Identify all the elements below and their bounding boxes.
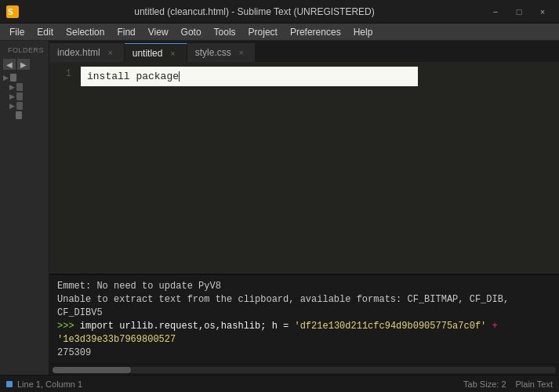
menu-project[interactable]: Project	[242, 24, 284, 41]
line-numbers: 1	[49, 62, 74, 274]
folder-icon-0	[10, 74, 16, 82]
menu-edit[interactable]: Edit	[31, 24, 60, 41]
menu-help[interactable]: Help	[347, 24, 379, 41]
console-line-0: Emmet: No need to update PyV8	[57, 280, 551, 293]
cursor-position: Line 1, Column 1	[17, 379, 82, 389]
tree-item-3[interactable]: ▶	[0, 101, 49, 111]
tabs-bar: index.html × untitled × style.css ×	[49, 41, 559, 62]
status-right: Tab Size: 2 Plain Text	[463, 379, 553, 389]
folder-icon-2	[16, 93, 23, 100]
sidebar-next-button[interactable]: ▶	[17, 59, 30, 70]
console-code: import urllib.request,os,hashlib; h =	[80, 321, 295, 332]
tab-style[interactable]: style.css ×	[187, 43, 256, 62]
menu-goto[interactable]: Goto	[175, 24, 208, 41]
scrollbar-thumb[interactable]	[53, 367, 131, 373]
code-area[interactable]: install package	[74, 62, 559, 274]
file-icon-0	[16, 111, 22, 119]
tab-index[interactable]: index.html ×	[49, 43, 125, 62]
status-left: Line 1, Column 1	[6, 379, 454, 389]
editor-content: 1 install package	[49, 62, 559, 274]
console-line-3: 275309	[57, 347, 551, 360]
cursor	[179, 71, 180, 82]
tab-untitled-label: untitled	[132, 48, 163, 59]
console-prompt: >>>	[57, 321, 80, 332]
menu-tools[interactable]: Tools	[208, 24, 242, 41]
sidebar-nav: ◀ ▶	[0, 57, 49, 71]
folder-icon-3	[16, 102, 23, 110]
tree-arrow-3: ▶	[9, 102, 15, 110]
menu-preferences[interactable]: Preferences	[284, 24, 347, 41]
app-icon: S	[6, 5, 19, 18]
console-line-1: Unable to extract text from the clipboar…	[57, 293, 551, 320]
maximize-button[interactable]: □	[509, 5, 529, 19]
console-area: Emmet: No need to update PyV8 Unable to …	[49, 274, 559, 364]
file-type[interactable]: Plain Text	[516, 379, 554, 389]
tab-untitled[interactable]: untitled ×	[125, 43, 187, 62]
tree-item-0[interactable]: ▶	[0, 73, 49, 82]
tab-untitled-close[interactable]: ×	[167, 48, 178, 59]
sidebar-tree: ▶ ▶ ▶ ▶	[0, 71, 49, 375]
sidebar: FOLDERS ◀ ▶ ▶ ▶ ▶ ▶	[0, 41, 49, 375]
close-button[interactable]: ×	[532, 5, 553, 19]
tab-style-close[interactable]: ×	[236, 47, 247, 58]
tree-item-1[interactable]: ▶	[0, 82, 49, 92]
sidebar-prev-button[interactable]: ◀	[3, 59, 16, 70]
console-text-1: Unable to extract text from the clipboar…	[57, 294, 509, 318]
console-op: +	[486, 321, 497, 332]
console-string-1: 'df21e130d211cfc94d9b0905775a7c0f'	[294, 321, 486, 332]
scrollbar-area[interactable]	[49, 364, 559, 375]
window-title: untitled (cleancut.html) - Sublime Text …	[24, 6, 485, 17]
tab-size[interactable]: Tab Size: 2	[463, 379, 506, 389]
tree-arrow-2: ▶	[9, 93, 15, 100]
tree-arrow-0: ▶	[3, 74, 9, 82]
folder-icon-1	[16, 83, 23, 91]
console-line-2: >>> import urllib.request,os,hashlib; h …	[57, 320, 551, 347]
tree-item-4[interactable]	[0, 111, 49, 120]
svg-text:S: S	[8, 8, 13, 16]
command-palette-input[interactable]: install package	[81, 67, 418, 86]
menubar: File Edit Selection Find View Goto Tools…	[0, 24, 559, 41]
minimize-button[interactable]: −	[485, 5, 506, 19]
menu-selection[interactable]: Selection	[60, 24, 111, 41]
console-text-3: 275309	[57, 347, 91, 358]
tree-item-2[interactable]: ▶	[0, 92, 49, 101]
window-controls: − □ ×	[485, 5, 553, 19]
line-number-1: 1	[53, 67, 71, 82]
tab-style-label: style.css	[195, 47, 231, 58]
main-layout: FOLDERS ◀ ▶ ▶ ▶ ▶ ▶	[0, 41, 559, 375]
editor-area: index.html × untitled × style.css × 1 in…	[49, 41, 559, 375]
tab-index-close[interactable]: ×	[105, 47, 116, 58]
menu-view[interactable]: View	[142, 24, 175, 41]
tab-index-label: index.html	[57, 47, 100, 58]
scrollbar-track[interactable]	[53, 367, 556, 373]
titlebar: S untitled (cleancut.html) - Sublime Tex…	[0, 0, 559, 24]
sidebar-header: FOLDERS	[3, 43, 49, 56]
console-text-0: Emmet: No need to update PyV8	[57, 281, 221, 292]
menu-find[interactable]: Find	[111, 24, 141, 41]
statusbar: Line 1, Column 1 Tab Size: 2 Plain Text	[0, 375, 559, 392]
console-string-2: '1e3d39e33b7969800527	[57, 334, 176, 345]
tree-arrow-1: ▶	[9, 83, 15, 91]
menu-file[interactable]: File	[3, 24, 31, 41]
status-indicator	[6, 381, 13, 387]
command-text: install package	[87, 71, 179, 82]
